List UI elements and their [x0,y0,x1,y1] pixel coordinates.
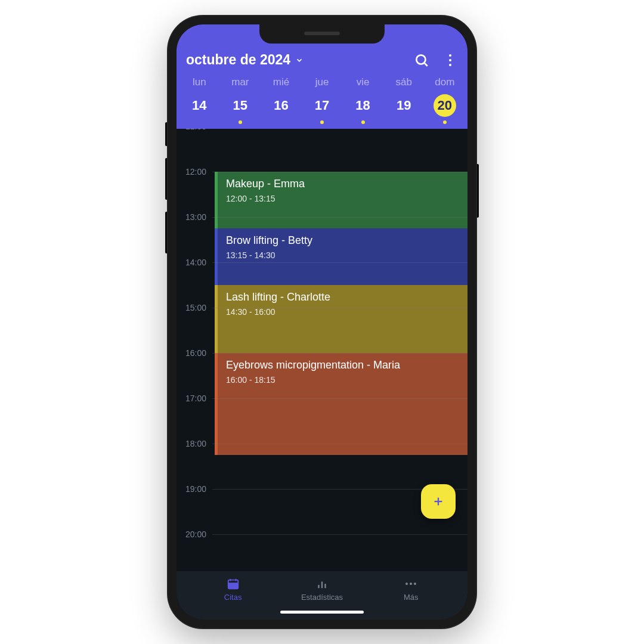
hour-label: 13:00 [177,212,212,222]
hour-line [212,308,467,308]
calendar-body[interactable]: Makeup - Emma12:00 - 13:15Brow lifting -… [177,129,467,571]
more-horizontal-icon [405,577,416,590]
hour-label: 15:00 [177,303,212,312]
hour-row: 20:00 [177,534,467,544]
hour-row: 16:00 [177,353,467,363]
nav-label: Citas [224,593,242,602]
hour-label: 20:00 [177,530,212,539]
nav-appointments[interactable]: Citas [188,577,277,602]
screen: octubre de 2024 lun14mar15mié16jue17 [177,24,467,620]
svg-point-0 [416,55,425,64]
bottom-nav: Citas Estadísticas Más [177,571,467,604]
hour-label: 14:00 [177,258,212,267]
hour-line [212,534,467,535]
home-indicator[interactable] [177,604,467,620]
day-number: 17 [311,94,333,117]
device-notch [259,24,385,44]
bar-chart-icon [315,577,329,590]
day-name: mar [231,76,249,88]
day-name: vie [357,76,370,88]
day-number: 18 [352,94,374,117]
phone-side-button [477,164,479,218]
hour-row: 11:00 [177,129,467,136]
day-number: 14 [188,94,210,117]
hour-label: 12:00 [177,167,212,177]
more-button[interactable] [442,52,458,68]
day-column[interactable]: mié16 [261,76,302,124]
hour-row: 15:00 [177,308,467,317]
day-name: lun [193,76,206,88]
hour-label: 19:00 [177,484,212,494]
day-name: mié [273,76,289,88]
day-number: 19 [392,94,415,117]
phone-side-button [165,122,167,146]
appointment-block[interactable]: Lash lifting - Charlotte14:30 - 16:00 [215,285,467,353]
event-indicator-dot [320,120,324,124]
month-selector[interactable]: octubre de 2024 [186,52,401,68]
nav-statistics[interactable]: Estadísticas [277,577,366,602]
appointment-title: Lash lifting - Charlotte [226,291,459,304]
day-number: 15 [229,94,252,117]
search-button[interactable] [414,52,429,68]
hour-row: 13:00 [177,217,467,227]
event-indicator-dot [361,120,365,124]
day-column[interactable]: vie18 [342,76,383,124]
appointment-time: 16:00 - 18:15 [226,375,459,385]
nav-label: Más [404,593,419,602]
nav-label: Estadísticas [301,593,343,602]
search-icon [414,52,429,68]
day-number: 16 [270,94,292,117]
day-name: dom [435,76,454,88]
phone-side-button [165,212,167,253]
day-column[interactable]: mar15 [220,76,261,124]
hour-label: 18:00 [177,439,212,448]
hour-label: 17:00 [177,394,212,403]
svg-line-1 [425,63,428,66]
appointment-time: 12:00 - 13:15 [226,194,459,203]
hour-row: 17:00 [177,398,467,408]
plus-icon [432,495,445,508]
phone-side-button [165,158,167,200]
appointment-block[interactable]: Brow lifting - Betty13:15 - 14:30 [215,228,467,285]
event-indicator-dot [239,120,242,124]
more-vertical-icon [444,54,456,66]
hour-row: 12:00 [177,172,467,181]
hour-line [212,353,467,354]
hour-line [212,398,467,399]
hour-line [212,172,467,172]
month-label: octubre de 2024 [186,52,290,68]
appointment-title: Brow lifting - Betty [226,234,459,247]
hour-line [212,217,467,218]
hour-row: 18:00 [177,444,467,453]
week-strip: lun14mar15mié16jue17vie18sáb19dom20 [177,76,467,124]
hour-row: 14:00 [177,262,467,272]
hour-line [212,262,467,263]
event-indicator-dot [443,120,447,124]
add-appointment-button[interactable] [421,484,456,519]
calendar-icon [227,577,240,590]
day-name: jue [315,76,329,88]
nav-more[interactable]: Más [367,577,456,602]
day-column[interactable]: sáb19 [383,76,425,124]
day-column[interactable]: lun14 [179,76,220,124]
hour-label: 16:00 [177,348,212,358]
day-column[interactable]: jue17 [302,76,343,124]
hour-label: 11:00 [177,129,212,131]
chevron-down-icon [295,56,304,64]
day-number: 20 [434,94,456,117]
appointment-time: 13:15 - 14:30 [226,250,459,260]
hour-line [212,444,467,444]
header-top-row: octubre de 2024 [177,46,467,76]
day-name: sáb [395,76,411,88]
day-column[interactable]: dom20 [424,76,465,124]
phone-frame: octubre de 2024 lun14mar15mié16jue17 [167,15,477,629]
